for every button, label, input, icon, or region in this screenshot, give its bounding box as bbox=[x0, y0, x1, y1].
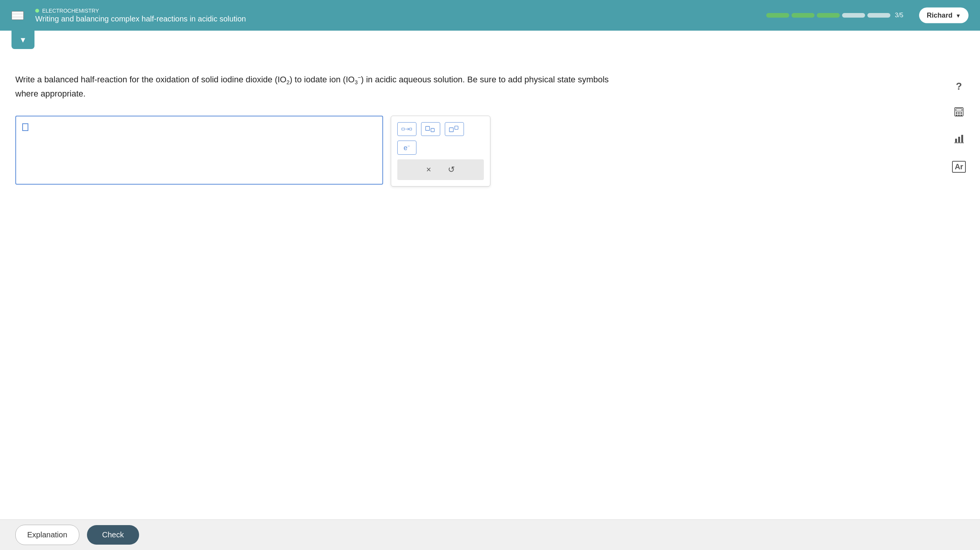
chart-button[interactable] bbox=[949, 130, 969, 149]
arrow-button[interactable] bbox=[397, 122, 416, 136]
question-text: Write a balanced half-reaction for the o… bbox=[15, 73, 628, 100]
subject-dot bbox=[35, 9, 39, 13]
progress-segment-4 bbox=[842, 13, 865, 18]
svg-rect-17 bbox=[961, 135, 963, 142]
user-menu-button[interactable]: Richard ▼ bbox=[919, 8, 969, 23]
periodic-table-button[interactable]: Ar bbox=[949, 157, 969, 176]
toolbar-row-2: e− bbox=[397, 141, 484, 155]
calculator-button[interactable] bbox=[949, 103, 969, 123]
header: ELECTROCHEMISTRY Writing and balancing c… bbox=[0, 0, 980, 31]
progress-segment-2 bbox=[792, 13, 814, 18]
progress-segment-3 bbox=[817, 13, 840, 18]
svg-rect-10 bbox=[958, 112, 960, 114]
question-text-middle: to iodate ion bbox=[295, 75, 343, 84]
svg-rect-4 bbox=[431, 129, 434, 132]
svg-rect-14 bbox=[960, 115, 962, 116]
svg-rect-9 bbox=[956, 112, 957, 114]
svg-rect-11 bbox=[960, 112, 962, 114]
svg-rect-2 bbox=[410, 128, 412, 131]
user-name: Richard bbox=[927, 11, 952, 20]
explanation-label: Explanation bbox=[27, 530, 67, 539]
svg-rect-16 bbox=[958, 137, 960, 142]
hamburger-button[interactable] bbox=[11, 11, 24, 20]
svg-rect-6 bbox=[455, 126, 458, 130]
toolbar-actions: × ↺ bbox=[397, 159, 484, 180]
svg-rect-3 bbox=[426, 126, 430, 131]
header-lesson: Writing and balancing complex half-react… bbox=[35, 15, 246, 23]
chevron-down-icon: ▼ bbox=[19, 36, 27, 44]
svg-rect-0 bbox=[402, 128, 405, 131]
chemistry-toolbar: e− × ↺ bbox=[391, 116, 490, 187]
undo-icon: ↺ bbox=[448, 165, 455, 174]
superscript-button[interactable] bbox=[445, 122, 464, 136]
collapse-button[interactable]: ▼ bbox=[11, 31, 34, 49]
svg-rect-12 bbox=[956, 115, 957, 116]
question-text-before: Write a balanced half-reaction for the o… bbox=[15, 75, 275, 84]
subject-label: ELECTROCHEMISTRY bbox=[42, 8, 99, 14]
clear-button[interactable]: × bbox=[422, 163, 436, 176]
right-sidebar: ? Ar bbox=[949, 77, 969, 176]
chevron-down-icon: ▼ bbox=[955, 12, 961, 18]
svg-rect-8 bbox=[956, 109, 962, 111]
bottom-bar: Explanation Check bbox=[0, 519, 980, 550]
text-cursor bbox=[22, 123, 28, 131]
help-icon: ? bbox=[956, 80, 962, 92]
check-label: Check bbox=[102, 530, 124, 539]
periodic-table-icon: Ar bbox=[952, 161, 966, 173]
undo-button[interactable]: ↺ bbox=[443, 163, 459, 176]
formula-io2: (IO2) bbox=[275, 75, 292, 84]
explanation-button[interactable]: Explanation bbox=[15, 525, 79, 545]
electron-button[interactable]: e− bbox=[397, 141, 416, 155]
chemistry-input-box[interactable] bbox=[15, 116, 383, 185]
progress-segment-5 bbox=[867, 13, 890, 18]
progress-segment-1 bbox=[766, 13, 789, 18]
calculator-icon bbox=[954, 106, 964, 120]
clear-icon: × bbox=[426, 165, 431, 174]
subscript-button[interactable] bbox=[421, 122, 440, 136]
header-title-area: ELECTROCHEMISTRY Writing and balancing c… bbox=[35, 8, 246, 23]
chart-icon bbox=[954, 133, 964, 147]
svg-rect-13 bbox=[958, 115, 960, 116]
help-button[interactable]: ? bbox=[949, 77, 969, 96]
progress-label: 3/5 bbox=[895, 12, 903, 19]
formula-io3: (IO3−) bbox=[343, 75, 364, 84]
check-button[interactable]: Check bbox=[87, 525, 139, 545]
header-subject: ELECTROCHEMISTRY bbox=[35, 8, 246, 14]
electron-label: e− bbox=[404, 143, 410, 152]
toolbar-row-1 bbox=[397, 122, 484, 136]
svg-rect-15 bbox=[955, 139, 957, 142]
answer-area: e− × ↺ bbox=[15, 116, 965, 187]
main-content: Write a balanced half-reaction for the o… bbox=[0, 31, 980, 519]
progress-bar: 3/5 bbox=[766, 12, 903, 19]
svg-rect-5 bbox=[449, 128, 454, 132]
